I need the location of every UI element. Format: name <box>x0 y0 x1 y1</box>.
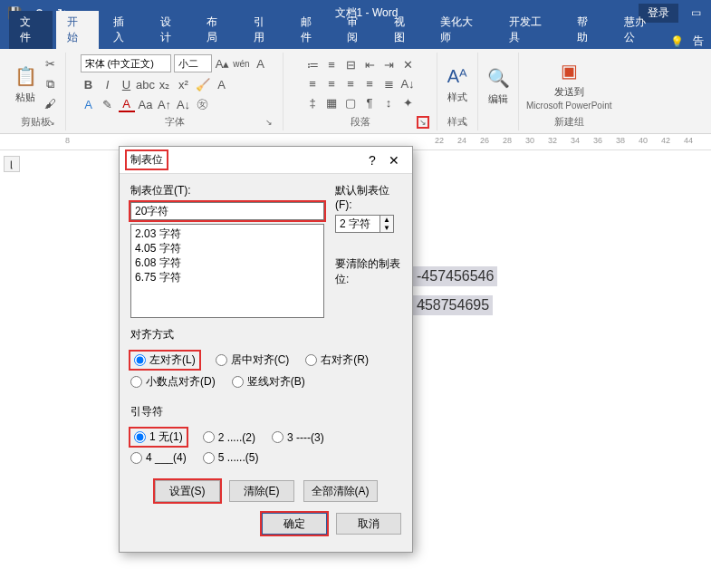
tab-layout[interactable]: 布局 <box>196 11 239 49</box>
leader-2-radio[interactable]: 2 .....(2) <box>203 431 255 444</box>
align-left-icon[interactable]: ≡ <box>304 76 321 92</box>
text-effects-icon[interactable]: A <box>214 76 230 92</box>
distribute-icon[interactable]: ≣ <box>380 76 397 92</box>
bold-icon[interactable]: B <box>81 76 97 92</box>
clipboard-launcher-icon[interactable]: ↘ <box>45 116 58 129</box>
tab-developer[interactable]: 开发工具 <box>498 11 562 49</box>
editing-button[interactable]: 🔍 编辑 <box>485 65 511 106</box>
align-center-input[interactable] <box>216 354 227 366</box>
dialog-titlebar[interactable]: 制表位 ? ✕ <box>120 147 412 174</box>
align-right-input[interactable] <box>305 354 317 366</box>
font-launcher-icon[interactable]: ↘ <box>263 116 275 129</box>
cancel-button[interactable]: 取消 <box>336 513 401 535</box>
align-decimal-radio[interactable]: 小数点对齐(D) <box>130 374 216 390</box>
numbering-icon[interactable]: ≡ <box>323 57 340 73</box>
list-item[interactable]: 2.03 字符 <box>135 227 320 241</box>
spin-up-icon[interactable]: ▲ <box>380 216 393 224</box>
tab-tell[interactable]: 告 <box>693 34 704 49</box>
dialog-help-icon[interactable]: ? <box>361 153 383 168</box>
font-color-icon[interactable]: A <box>119 96 135 112</box>
align-decimal-input[interactable] <box>130 376 142 388</box>
align-bar-input[interactable] <box>232 376 244 388</box>
char-border-icon[interactable]: A <box>253 55 269 72</box>
list-item[interactable]: 6.75 字符 <box>135 270 320 284</box>
leader-2-input[interactable] <box>203 431 215 443</box>
list-item[interactable]: 6.08 字符 <box>135 255 320 270</box>
leader-3-radio[interactable]: 3 ----(3) <box>272 431 324 444</box>
set-button[interactable]: 设置(S) <box>155 480 220 502</box>
leader-5-input[interactable] <box>203 452 215 464</box>
sort-icon[interactable]: A↓ <box>399 76 416 92</box>
tab-selector-icon[interactable]: ⌊ <box>4 156 20 172</box>
justify-icon[interactable]: ≡ <box>361 76 378 92</box>
align-bar-radio[interactable]: 竖线对齐(B) <box>232 374 305 390</box>
align-right-radio[interactable]: 右对齐(R) <box>305 352 369 368</box>
font-name-select[interactable]: 宋体 (中文正文) <box>81 54 171 72</box>
grow-font2-icon[interactable]: A↑ <box>157 96 173 112</box>
ok-button[interactable]: 确定 <box>262 513 327 535</box>
leader-4-radio[interactable]: 4 ___(4) <box>130 451 187 464</box>
increase-indent-icon[interactable]: ⇥ <box>380 57 397 73</box>
tab-file[interactable]: 文件 <box>9 11 53 49</box>
align-center-radio[interactable]: 居中对齐(C) <box>216 352 290 368</box>
subscript-icon[interactable]: x₂ <box>157 76 173 92</box>
ribbon-display-icon[interactable]: ▭ <box>686 3 706 23</box>
align-left-input[interactable] <box>134 354 146 366</box>
clear-format-icon[interactable]: 🧹 <box>195 76 211 92</box>
tab-pos-input[interactable] <box>130 202 324 220</box>
dialog-close-icon[interactable]: ✕ <box>383 153 405 168</box>
tab-help[interactable]: 帮助 <box>566 11 610 49</box>
tab-view[interactable]: 视图 <box>383 11 427 49</box>
enclosed-char-icon[interactable]: ㊛ <box>195 96 211 112</box>
format-painter-icon[interactable]: 🖌 <box>42 96 58 112</box>
tab-review[interactable]: 审阅 <box>336 11 380 49</box>
copy-icon[interactable]: ⧉ <box>42 76 58 92</box>
leader-5-radio[interactable]: 5 ......(5) <box>203 451 259 464</box>
tab-mail[interactable]: 邮件 <box>290 11 333 49</box>
cut-icon[interactable]: ✂ <box>42 56 58 72</box>
shrink-font-icon[interactable]: A↓ <box>176 96 192 112</box>
leader-1-input[interactable] <box>134 431 146 443</box>
tell-me-icon[interactable]: 💡 <box>670 35 684 48</box>
superscript-icon[interactable]: x² <box>176 76 192 92</box>
align-right-icon[interactable]: ≡ <box>342 76 359 92</box>
line-spacing-icon[interactable]: ‡ <box>304 95 321 111</box>
shading-icon[interactable]: ▦ <box>323 95 340 111</box>
show-marks-icon[interactable]: ¶ <box>361 95 378 111</box>
align-left-radio[interactable]: 左对齐(L) <box>130 352 199 369</box>
leader-4-input[interactable] <box>130 452 142 464</box>
grow-font-icon[interactable]: A▴ <box>215 55 231 72</box>
borders-icon[interactable]: ▢ <box>342 95 359 111</box>
tab-home[interactable]: 开始 <box>56 11 100 49</box>
sort2-icon[interactable]: ↕ <box>380 95 397 111</box>
change-case-icon[interactable]: Aa <box>138 96 154 112</box>
tab-references[interactable]: 引用 <box>243 11 286 49</box>
leader-3-input[interactable] <box>272 431 283 443</box>
clear-button[interactable]: 清除(E) <box>229 480 294 502</box>
clear-all-button[interactable]: 全部清除(A) <box>303 480 378 502</box>
styles-launcher-icon[interactable]: ↘ <box>457 116 470 129</box>
font-size-select[interactable]: 小二 <box>174 54 212 72</box>
decrease-indent-icon[interactable]: ⇤ <box>361 57 378 73</box>
styles-button[interactable]: Aᴬ 样式 <box>445 63 470 104</box>
para-marks-icon[interactable]: ✦ <box>399 95 416 111</box>
tab-huioffice[interactable]: 慧办公 <box>613 11 667 49</box>
spin-down-icon[interactable]: ▼ <box>380 224 393 232</box>
multilevel-icon[interactable]: ⊟ <box>342 57 359 73</box>
highlight-icon[interactable]: ✎ <box>100 96 116 112</box>
char-shading-icon[interactable]: A <box>81 96 97 112</box>
send-to-ppt-button[interactable]: ▣ 发送到 Microsoft PowerPoint <box>526 58 611 111</box>
paste-button[interactable]: 📋 粘贴 <box>13 63 38 104</box>
tab-design[interactable]: 设计 <box>149 11 193 49</box>
leader-1-radio[interactable]: 1 无(1) <box>130 429 187 446</box>
tab-beautify[interactable]: 美化大师 <box>429 11 494 49</box>
phonetic-icon[interactable]: wén <box>234 55 250 72</box>
asian-layout-icon[interactable]: ✕ <box>399 57 416 73</box>
tab-pos-list[interactable]: 2.03 字符 4.05 字符 6.08 字符 6.75 字符 <box>130 224 324 318</box>
underline-icon[interactable]: U <box>119 76 135 92</box>
strike-icon[interactable]: abc <box>138 76 154 92</box>
paragraph-launcher-icon[interactable]: ↘ <box>417 116 429 129</box>
bullets-icon[interactable]: ≔ <box>304 57 321 73</box>
list-item[interactable]: 4.05 字符 <box>135 241 320 255</box>
default-tab-input[interactable] <box>335 215 380 233</box>
